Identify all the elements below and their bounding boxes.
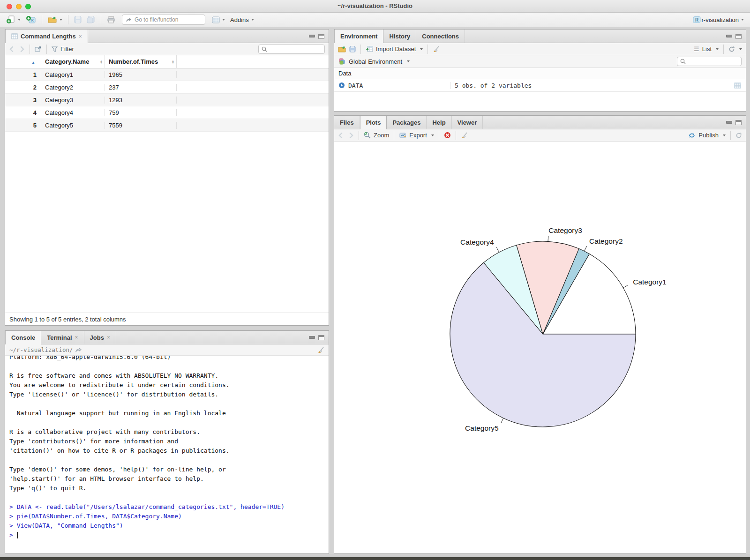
minimize-pane-icon[interactable] — [726, 35, 732, 37]
console-output-line: R is free software and comes with ABSOLU… — [9, 371, 329, 381]
tab-jobs[interactable]: Jobs × — [84, 331, 116, 344]
viewer-search-input[interactable] — [270, 46, 316, 52]
global-environment-icon — [338, 58, 345, 65]
load-workspace-icon[interactable] — [338, 46, 346, 52]
clear-console-icon[interactable] — [317, 347, 324, 353]
cell-times: 7559 — [105, 122, 177, 129]
pane-window-buttons — [309, 30, 329, 43]
view-data-icon[interactable] — [734, 82, 746, 89]
close-tab-icon[interactable]: × — [75, 334, 78, 341]
addins-button[interactable]: Addins — [229, 15, 255, 24]
environment-search-box[interactable] — [677, 57, 742, 66]
zoom-plot-icon[interactable] — [364, 132, 371, 139]
zoom-plot-label[interactable]: Zoom — [374, 132, 389, 139]
workspace-panes-button[interactable] — [210, 15, 226, 24]
tab-connections[interactable]: Connections — [416, 30, 465, 43]
plots-toolbar: Zoom Export Publish — [334, 129, 746, 142]
import-dataset-caret-icon — [420, 48, 423, 50]
previous-plot-icon[interactable] — [338, 133, 345, 138]
project-menu-button[interactable]: R r-visualization — [691, 15, 745, 24]
filter-icon[interactable] — [52, 46, 58, 52]
pie-label-tick — [496, 247, 499, 253]
goto-file-input[interactable] — [135, 16, 195, 23]
pie-chart: Category1Category2Category3Category4Cate… — [334, 142, 746, 553]
maximize-pane-icon[interactable] — [735, 120, 742, 125]
refresh-plot-icon[interactable] — [735, 132, 742, 139]
column-header-label: Category.Name — [45, 58, 89, 65]
forward-icon[interactable] — [18, 46, 25, 52]
export-plot-label[interactable]: Export — [409, 132, 427, 139]
rownum-header-cell[interactable]: ▲ — [5, 59, 41, 65]
tab-files[interactable]: Files — [334, 116, 360, 129]
back-icon[interactable] — [9, 46, 15, 52]
tab-viewer[interactable]: Viewer — [452, 116, 483, 129]
toolbar-separator — [456, 131, 456, 140]
tab-console[interactable]: Console — [5, 331, 41, 344]
tab-terminal[interactable]: Terminal × — [41, 331, 84, 344]
save-all-button[interactable] — [85, 15, 97, 24]
pie-label-Category4: Category4 — [460, 238, 494, 246]
environment-search-input[interactable] — [688, 58, 735, 65]
maximize-pane-icon[interactable] — [318, 34, 324, 39]
console-output-line: 'citation()' on how to cite R or R packa… — [9, 446, 329, 455]
console-output[interactable]: Platform: x86_64-apple-darwin15.6.0 (64-… — [5, 356, 329, 555]
minimize-pane-icon[interactable] — [309, 35, 315, 37]
pie-label-tick — [548, 236, 548, 241]
tab-packages[interactable]: Packages — [387, 116, 427, 129]
close-tab-icon[interactable]: × — [79, 33, 82, 40]
import-dataset-label[interactable]: Import Dataset — [376, 45, 416, 52]
refresh-icon[interactable] — [728, 46, 735, 52]
minimize-pane-icon[interactable] — [726, 121, 732, 124]
list-view-label[interactable]: List — [702, 45, 712, 52]
clear-all-plots-icon[interactable] — [461, 132, 468, 139]
save-button[interactable] — [73, 15, 83, 24]
viewer-search-box[interactable] — [258, 45, 325, 54]
environment-object-row[interactable]: DATA 5 obs. of 2 variables — [334, 79, 746, 92]
toolbar-separator — [360, 45, 361, 54]
viewer-tabbar: Command Lengths × — [5, 30, 329, 43]
print-button[interactable] — [105, 15, 117, 24]
new-file-button[interactable] — [5, 15, 22, 25]
packages-tab-label: Packages — [392, 119, 420, 126]
open-file-caret-icon — [60, 19, 62, 21]
next-plot-icon[interactable] — [347, 133, 354, 138]
tab-help[interactable]: Help — [427, 116, 451, 129]
toolbar-separator — [439, 131, 439, 140]
table-header-row: ▲ Category.Name ▲▼ Number.of.Times ▲▼ — [5, 55, 329, 68]
import-dataset-icon[interactable] — [366, 46, 373, 52]
new-file-caret-icon — [18, 19, 21, 21]
cell-category: Category1 — [41, 71, 105, 78]
new-project-button[interactable]: R — [24, 15, 38, 25]
cell-category: Category2 — [41, 84, 105, 91]
tab-environment[interactable]: Environment — [334, 30, 383, 43]
open-file-button[interactable] — [46, 15, 64, 24]
goto-directory-icon[interactable] — [75, 347, 82, 352]
column-header-category[interactable]: Category.Name ▲▼ — [41, 55, 105, 68]
column-header-times[interactable]: Number.of.Times ▲▼ — [105, 55, 177, 68]
tab-history[interactable]: History — [383, 30, 416, 43]
table-row: 1 Category1 1965 — [5, 68, 329, 81]
maximize-pane-icon[interactable] — [318, 335, 324, 340]
svg-text:R: R — [30, 18, 34, 22]
scope-selector-label[interactable]: Global Environment — [349, 58, 402, 65]
console-output-line: Type 'q()' to quit R. — [9, 484, 329, 493]
close-tab-icon[interactable]: × — [107, 334, 110, 341]
save-workspace-icon[interactable] — [349, 46, 356, 52]
tab-plots[interactable]: Plots — [360, 116, 387, 129]
viewer-tab-label: Viewer — [458, 119, 477, 126]
console-command-line: > — [9, 530, 329, 540]
publish-label[interactable]: Publish — [698, 132, 719, 139]
remove-plot-icon[interactable] — [444, 132, 451, 139]
console-command-line: > DATA <- read.table("/Users/lsalazar/co… — [9, 502, 329, 512]
export-plot-icon[interactable] — [399, 132, 406, 139]
clear-environment-icon[interactable] — [433, 46, 440, 52]
maximize-pane-icon[interactable] — [735, 34, 742, 39]
goto-file-box[interactable] — [122, 15, 205, 25]
minimize-pane-icon[interactable] — [309, 336, 315, 339]
expand-object-icon[interactable] — [338, 82, 345, 89]
tab-command-lengths[interactable]: Command Lengths × — [5, 30, 88, 43]
open-in-window-icon[interactable] — [35, 46, 42, 52]
pie-label-Category1: Category1 — [633, 278, 667, 286]
refresh-caret-icon — [739, 48, 742, 50]
filter-label[interactable]: Filter — [60, 45, 74, 52]
